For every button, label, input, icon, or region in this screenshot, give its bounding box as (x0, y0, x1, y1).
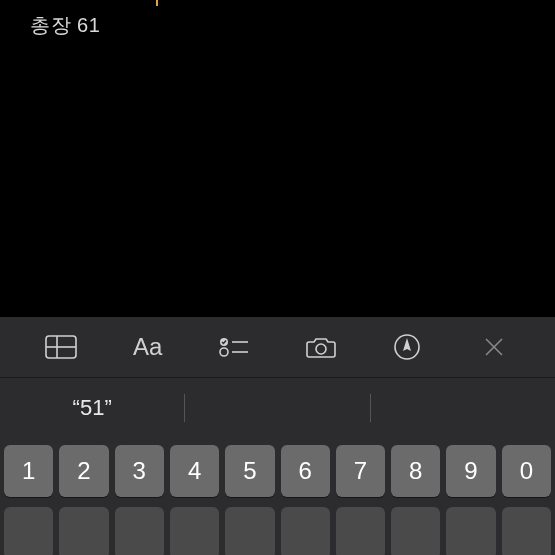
key-9[interactable]: 9 (446, 445, 495, 497)
markup-icon (393, 333, 421, 361)
markup-button[interactable] (377, 327, 437, 367)
key-6[interactable]: 6 (281, 445, 330, 497)
suggestion-divider (370, 394, 371, 422)
key-8[interactable]: 8 (391, 445, 440, 497)
key-4[interactable]: 4 (170, 445, 219, 497)
table-icon (45, 335, 77, 359)
format-toolbar: Aa (0, 317, 555, 377)
svg-point-7 (316, 344, 326, 354)
key-blank[interactable] (4, 507, 53, 555)
table-button[interactable] (31, 327, 91, 367)
checklist-icon (219, 336, 249, 358)
keyboard: 1 2 3 4 5 6 7 8 9 0 (0, 437, 555, 555)
key-3[interactable]: 3 (115, 445, 164, 497)
key-blank[interactable] (281, 507, 330, 555)
text-format-button[interactable]: Aa (118, 327, 178, 367)
key-blank[interactable] (502, 507, 551, 555)
suggestion-bar: “51” (0, 377, 555, 437)
key-blank[interactable] (336, 507, 385, 555)
text-format-icon: Aa (133, 333, 162, 361)
svg-point-5 (220, 348, 228, 356)
key-1[interactable]: 1 (4, 445, 53, 497)
key-blank[interactable] (59, 507, 108, 555)
key-blank[interactable] (225, 507, 274, 555)
suggestion-1[interactable]: “51” (0, 395, 184, 421)
note-editor-area[interactable]: 총장 61 (0, 0, 555, 317)
key-5[interactable]: 5 (225, 445, 274, 497)
key-blank[interactable] (115, 507, 164, 555)
note-line[interactable]: 총장 61 (30, 12, 100, 39)
key-blank[interactable] (446, 507, 495, 555)
key-2[interactable]: 2 (59, 445, 108, 497)
suggestion-divider (184, 394, 185, 422)
close-button[interactable] (464, 327, 524, 367)
camera-button[interactable] (291, 327, 351, 367)
key-row-2 (4, 507, 551, 555)
text-cursor (156, 0, 158, 6)
key-7[interactable]: 7 (336, 445, 385, 497)
checklist-button[interactable] (204, 327, 264, 367)
key-blank[interactable] (391, 507, 440, 555)
close-icon (482, 335, 506, 359)
key-0[interactable]: 0 (502, 445, 551, 497)
key-row-1: 1 2 3 4 5 6 7 8 9 0 (4, 445, 551, 497)
camera-icon (305, 335, 337, 359)
key-blank[interactable] (170, 507, 219, 555)
